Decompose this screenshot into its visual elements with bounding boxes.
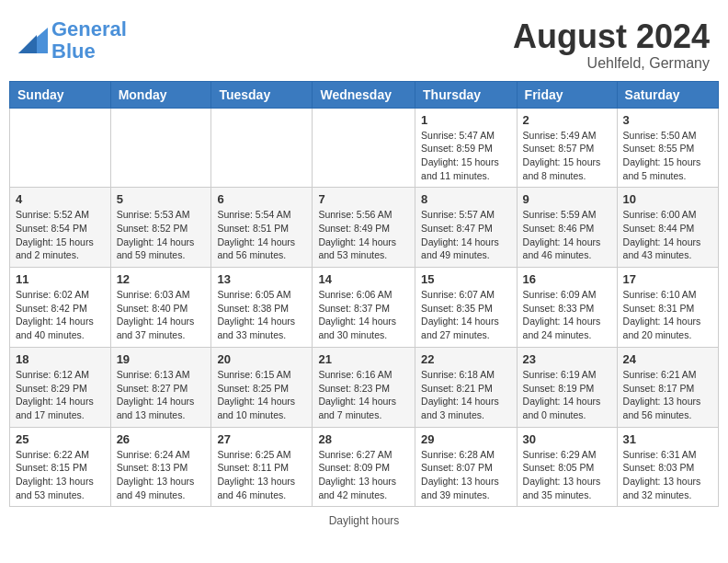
day-info: Sunrise: 6:03 AM Sunset: 8:40 PM Dayligh… — [117, 288, 206, 342]
calendar-cell: 5Sunrise: 5:53 AM Sunset: 8:52 PM Daylig… — [110, 188, 211, 268]
day-number: 23 — [523, 352, 611, 366]
day-number: 13 — [217, 272, 306, 286]
calendar-header-row: SundayMondayTuesdayWednesdayThursdayFrid… — [10, 81, 719, 108]
day-info: Sunrise: 6:00 AM Sunset: 8:44 PM Dayligh… — [623, 208, 712, 262]
calendar-cell: 29Sunrise: 6:28 AM Sunset: 8:07 PM Dayli… — [415, 427, 518, 507]
day-info: Sunrise: 5:57 AM Sunset: 8:47 PM Dayligh… — [421, 208, 511, 262]
footer-daylight: Daylight hours — [9, 514, 719, 527]
logo-text: General Blue — [51, 18, 127, 63]
day-info: Sunrise: 5:49 AM Sunset: 8:57 PM Dayligh… — [523, 129, 611, 183]
day-number: 16 — [523, 272, 611, 286]
month-year: August 2024 — [513, 18, 710, 55]
day-number: 4 — [16, 192, 105, 206]
day-info: Sunrise: 5:53 AM Sunset: 8:52 PM Dayligh… — [117, 208, 206, 262]
calendar-cell: 25Sunrise: 6:22 AM Sunset: 8:15 PM Dayli… — [10, 427, 111, 507]
day-number: 27 — [217, 432, 306, 446]
calendar-cell: 6Sunrise: 5:54 AM Sunset: 8:51 PM Daylig… — [211, 188, 313, 268]
calendar-header-tuesday: Tuesday — [211, 81, 313, 108]
calendar-header-sunday: Sunday — [10, 81, 111, 108]
calendar-cell: 30Sunrise: 6:29 AM Sunset: 8:05 PM Dayli… — [517, 427, 617, 507]
calendar-week-row: 11Sunrise: 6:02 AM Sunset: 8:42 PM Dayli… — [10, 268, 719, 348]
day-info: Sunrise: 6:31 AM Sunset: 8:03 PM Dayligh… — [623, 448, 712, 502]
calendar-cell: 8Sunrise: 5:57 AM Sunset: 8:47 PM Daylig… — [415, 188, 518, 268]
day-info: Sunrise: 5:50 AM Sunset: 8:55 PM Dayligh… — [623, 129, 712, 183]
calendar-cell: 3Sunrise: 5:50 AM Sunset: 8:55 PM Daylig… — [617, 108, 718, 188]
day-number: 3 — [623, 113, 712, 127]
calendar-cell: 12Sunrise: 6:03 AM Sunset: 8:40 PM Dayli… — [110, 268, 211, 348]
day-info: Sunrise: 6:24 AM Sunset: 8:13 PM Dayligh… — [117, 448, 206, 502]
calendar-header-saturday: Saturday — [617, 81, 718, 108]
calendar-cell: 2Sunrise: 5:49 AM Sunset: 8:57 PM Daylig… — [517, 108, 617, 188]
day-number: 12 — [117, 272, 206, 286]
day-info: Sunrise: 5:59 AM Sunset: 8:46 PM Dayligh… — [523, 208, 611, 262]
day-info: Sunrise: 6:28 AM Sunset: 8:07 PM Dayligh… — [421, 448, 511, 502]
day-number: 14 — [318, 272, 409, 286]
day-info: Sunrise: 5:54 AM Sunset: 8:51 PM Dayligh… — [217, 208, 306, 262]
calendar-header-thursday: Thursday — [415, 81, 518, 108]
day-info: Sunrise: 6:29 AM Sunset: 8:05 PM Dayligh… — [523, 448, 611, 502]
month-title: August 2024 Uehlfeld, Germany — [513, 18, 710, 72]
calendar-cell: 9Sunrise: 5:59 AM Sunset: 8:46 PM Daylig… — [517, 188, 617, 268]
calendar-week-row: 1Sunrise: 5:47 AM Sunset: 8:59 PM Daylig… — [10, 108, 719, 188]
calendar-cell: 1Sunrise: 5:47 AM Sunset: 8:59 PM Daylig… — [415, 108, 518, 188]
svg-marker-1 — [18, 35, 37, 53]
calendar-cell: 27Sunrise: 6:25 AM Sunset: 8:11 PM Dayli… — [211, 427, 313, 507]
calendar-header-wednesday: Wednesday — [313, 81, 415, 108]
day-info: Sunrise: 6:12 AM Sunset: 8:29 PM Dayligh… — [16, 368, 105, 422]
day-info: Sunrise: 6:15 AM Sunset: 8:25 PM Dayligh… — [217, 368, 306, 422]
logo-general: General — [51, 17, 127, 40]
calendar-cell: 26Sunrise: 6:24 AM Sunset: 8:13 PM Dayli… — [110, 427, 211, 507]
day-number: 22 — [421, 352, 511, 366]
calendar-cell: 23Sunrise: 6:19 AM Sunset: 8:19 PM Dayli… — [517, 347, 617, 427]
page-header: General Blue August 2024 Uehlfeld, Germa… — [9, 9, 719, 76]
day-number: 2 — [523, 113, 611, 127]
day-number: 8 — [421, 192, 511, 206]
calendar-cell: 19Sunrise: 6:13 AM Sunset: 8:27 PM Dayli… — [110, 347, 211, 427]
calendar-cell: 10Sunrise: 6:00 AM Sunset: 8:44 PM Dayli… — [617, 188, 718, 268]
day-number: 15 — [421, 272, 511, 286]
day-number: 29 — [421, 432, 511, 446]
day-number: 21 — [318, 352, 409, 366]
calendar-header-monday: Monday — [110, 81, 211, 108]
day-info: Sunrise: 6:02 AM Sunset: 8:42 PM Dayligh… — [16, 288, 105, 342]
calendar-cell: 24Sunrise: 6:21 AM Sunset: 8:17 PM Dayli… — [617, 347, 718, 427]
day-number: 28 — [318, 432, 409, 446]
day-info: Sunrise: 6:18 AM Sunset: 8:21 PM Dayligh… — [421, 368, 511, 422]
day-info: Sunrise: 6:07 AM Sunset: 8:35 PM Dayligh… — [421, 288, 511, 342]
day-number: 11 — [16, 272, 105, 286]
day-number: 26 — [117, 432, 206, 446]
logo-blue: Blue — [51, 40, 96, 63]
day-number: 17 — [623, 272, 712, 286]
calendar-cell: 7Sunrise: 5:56 AM Sunset: 8:49 PM Daylig… — [313, 188, 415, 268]
calendar-cell: 17Sunrise: 6:10 AM Sunset: 8:31 PM Dayli… — [617, 268, 718, 348]
day-info: Sunrise: 6:06 AM Sunset: 8:37 PM Dayligh… — [318, 288, 409, 342]
calendar-cell: 18Sunrise: 6:12 AM Sunset: 8:29 PM Dayli… — [10, 347, 111, 427]
day-number: 25 — [16, 432, 105, 446]
calendar-header-friday: Friday — [517, 81, 617, 108]
day-info: Sunrise: 5:56 AM Sunset: 8:49 PM Dayligh… — [318, 208, 409, 262]
day-info: Sunrise: 6:13 AM Sunset: 8:27 PM Dayligh… — [117, 368, 206, 422]
day-number: 7 — [318, 192, 409, 206]
calendar-cell: 14Sunrise: 6:06 AM Sunset: 8:37 PM Dayli… — [313, 268, 415, 348]
day-number: 5 — [117, 192, 206, 206]
logo: General Blue — [18, 18, 127, 63]
day-info: Sunrise: 5:52 AM Sunset: 8:54 PM Dayligh… — [16, 208, 105, 262]
calendar-cell — [110, 108, 211, 188]
day-info: Sunrise: 6:25 AM Sunset: 8:11 PM Dayligh… — [217, 448, 306, 502]
logo-icon — [18, 28, 48, 53]
day-number: 6 — [217, 192, 306, 206]
calendar-cell — [10, 108, 111, 188]
calendar-week-row: 4Sunrise: 5:52 AM Sunset: 8:54 PM Daylig… — [10, 188, 719, 268]
day-info: Sunrise: 6:16 AM Sunset: 8:23 PM Dayligh… — [318, 368, 409, 422]
day-number: 9 — [523, 192, 611, 206]
day-number: 31 — [623, 432, 712, 446]
day-info: Sunrise: 6:09 AM Sunset: 8:33 PM Dayligh… — [523, 288, 611, 342]
calendar-week-row: 25Sunrise: 6:22 AM Sunset: 8:15 PM Dayli… — [10, 427, 719, 507]
calendar-cell — [211, 108, 313, 188]
day-number: 1 — [421, 113, 511, 127]
day-number: 19 — [117, 352, 206, 366]
calendar-cell: 4Sunrise: 5:52 AM Sunset: 8:54 PM Daylig… — [10, 188, 111, 268]
calendar-cell — [313, 108, 415, 188]
calendar-cell: 22Sunrise: 6:18 AM Sunset: 8:21 PM Dayli… — [415, 347, 518, 427]
day-number: 10 — [623, 192, 712, 206]
